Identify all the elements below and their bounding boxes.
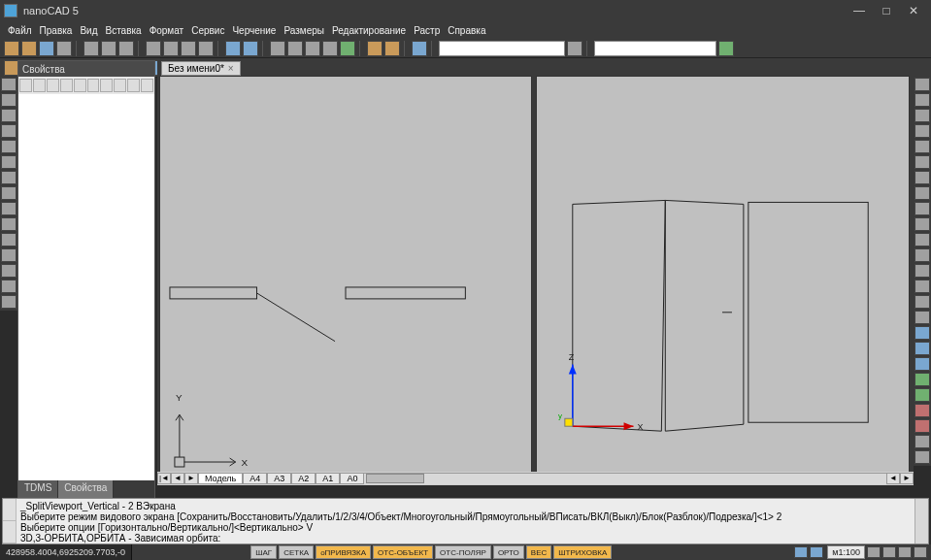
menu-dimensions[interactable]: Размеры [283,25,324,36]
rt5-icon[interactable] [914,388,930,402]
minimize-button[interactable]: — [846,2,873,19]
rt7-icon[interactable] [914,419,930,433]
extend-icon[interactable] [914,233,930,247]
redo-icon[interactable] [243,41,258,56]
command-scrollbar[interactable] [914,499,928,544]
trim-icon[interactable] [914,217,930,231]
toggle-otrack-obj[interactable]: ОТС-ОБЪЕКТ [373,545,433,559]
join-icon[interactable] [914,264,930,278]
rt1-icon[interactable] [914,326,930,340]
block-icon[interactable] [1,248,17,262]
toggle-osnap[interactable]: оПРИВЯЗКА [316,545,371,559]
zoom-icon[interactable] [287,41,303,56]
point-icon[interactable] [1,202,17,215]
prop-pin-icon[interactable] [33,79,46,92]
cmd-gutter-btn[interactable] [3,521,16,544]
table-icon[interactable] [1,264,17,278]
status-tool2-icon[interactable] [810,546,823,558]
prop-b-icon[interactable] [60,79,73,92]
rt9-icon[interactable] [914,450,930,464]
layer-combo[interactable] [439,41,565,56]
tab-tdms[interactable]: TDMS [18,480,58,498]
toggle-grid[interactable]: СЕТКА [279,545,314,559]
status-scale[interactable]: м1:100 [827,545,865,559]
search-input[interactable] [594,41,716,56]
preview-icon[interactable] [101,41,116,56]
layout-tab-model[interactable]: Модель [198,473,243,484]
go-icon[interactable] [718,41,734,56]
prop-new-icon[interactable] [19,79,32,92]
toggle-snap[interactable]: ШАГ [250,545,277,559]
circle-icon[interactable] [1,109,17,122]
close-button[interactable]: ✕ [900,2,927,19]
toggle-ortho[interactable]: ОРТО [493,545,524,559]
stretch-icon[interactable] [914,202,930,215]
layout-tab-a4[interactable]: A4 [243,473,267,484]
arc-icon[interactable] [1,124,17,138]
menu-help[interactable]: Справка [448,25,485,36]
rotate-icon[interactable] [914,171,930,184]
menu-edit[interactable]: Правка [40,25,73,36]
break-icon[interactable] [914,248,930,262]
layout-prev-button[interactable]: ◄ [171,473,184,484]
mtext-icon[interactable] [1,295,17,309]
rt2-icon[interactable] [914,342,930,355]
menu-file[interactable]: Файл [8,25,32,36]
document-tab-close-icon[interactable]: × [228,63,234,74]
status-zoomout-icon[interactable] [867,546,881,558]
regen-icon[interactable] [340,41,355,56]
rt8-icon[interactable] [914,435,930,448]
rt6-icon[interactable] [914,404,930,417]
layout-hscroll[interactable] [364,473,886,484]
status-fullscreen-icon[interactable] [914,546,927,558]
prop-h-icon[interactable] [141,79,153,92]
print-icon[interactable] [83,41,99,56]
pan-icon[interactable] [270,41,285,56]
viewport-left[interactable]: Y X [159,76,532,483]
prop-e-icon[interactable] [100,79,113,92]
erase-icon[interactable] [914,78,930,91]
status-zoomfit-icon[interactable] [898,546,912,558]
undo-icon[interactable] [225,41,241,56]
layout-first-button[interactable]: |◄ [157,473,171,484]
rt3-icon[interactable] [914,357,930,371]
menu-modify[interactable]: Редактирование [332,25,406,36]
open-icon[interactable] [21,41,37,56]
menu-raster[interactable]: Растр [414,25,440,36]
layout-tab-a2[interactable]: A2 [291,473,316,484]
prop-f-icon[interactable] [114,79,126,92]
plot-icon[interactable] [118,41,134,56]
help-icon[interactable] [412,41,427,56]
scale-icon[interactable] [914,186,930,200]
measure-icon[interactable] [367,41,382,56]
prop-d-icon[interactable] [87,79,100,92]
layout-scroll-right[interactable]: ► [900,473,914,484]
toggle-hatch[interactable]: ШТРИХОВКА [553,545,612,559]
layout-tab-a0[interactable]: A0 [340,473,364,484]
zoomext-icon[interactable] [322,41,338,56]
hatch-icon[interactable] [1,217,17,231]
layout-scroll-left[interactable]: ◄ [886,473,900,484]
offset-icon[interactable] [914,140,930,153]
copyobj-icon[interactable] [914,109,930,122]
status-coordinates[interactable]: 428958.4004,6925209.7703,-0 [0,544,132,560]
cut-icon[interactable] [146,41,161,56]
line-icon[interactable] [1,78,17,91]
layout-tab-a3[interactable]: A3 [267,473,291,484]
maximize-button[interactable]: □ [873,2,900,19]
prop-c-icon[interactable] [74,79,86,92]
move-icon[interactable] [914,93,930,107]
menu-draw[interactable]: Черчение [232,25,276,36]
tab-properties[interactable]: Свойства [58,480,114,498]
properties-title[interactable]: Свойства [18,61,154,77]
spline-icon[interactable] [1,186,17,200]
chamfer-icon[interactable] [914,280,930,293]
toggle-lweight[interactable]: ВЕС [526,545,551,559]
copy-icon[interactable] [163,41,179,56]
viewport-right[interactable]: Z X y [536,76,910,483]
paste-icon[interactable] [181,41,196,56]
cmd-gutter-btn[interactable] [3,499,16,521]
rect-icon[interactable] [1,140,17,153]
region-icon[interactable] [1,233,17,247]
copyprops-icon[interactable] [198,41,214,56]
